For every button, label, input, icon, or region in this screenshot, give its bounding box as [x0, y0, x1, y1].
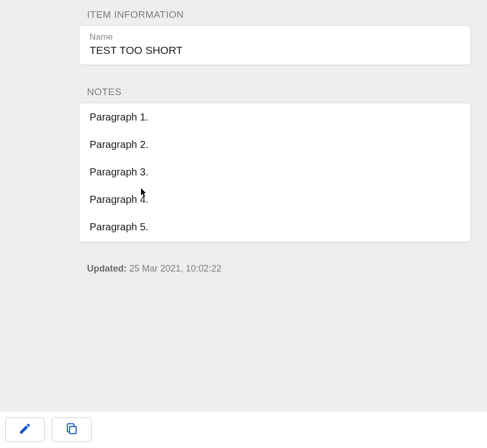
section-title-notes: NOTES	[87, 86, 470, 98]
note-paragraph: Paragraph 3.	[90, 165, 460, 178]
note-paragraph: Paragraph 5.	[90, 220, 460, 233]
pencil-icon	[18, 422, 32, 437]
note-paragraph: Paragraph 2.	[90, 138, 460, 151]
copy-button[interactable]	[52, 417, 92, 442]
name-field-label: Name	[90, 32, 460, 42]
name-card[interactable]: Name TEST TOO SHORT	[79, 25, 471, 65]
svg-rect-0	[70, 427, 76, 434]
copy-icon	[65, 422, 78, 437]
bottom-toolbar	[0, 411, 487, 448]
edit-button[interactable]	[5, 417, 45, 442]
name-field-value: TEST TOO SHORT	[90, 44, 460, 56]
updated-value: 25 Mar 2021, 10:02:22	[129, 263, 221, 274]
updated-timestamp: Updated: 25 Mar 2021, 10:02:22	[87, 263, 470, 274]
note-paragraph: Paragraph 1.	[90, 110, 460, 124]
updated-label: Updated:	[87, 263, 127, 274]
note-paragraph: Paragraph 4.	[90, 193, 460, 206]
notes-card[interactable]: Paragraph 1. Paragraph 2. Paragraph 3. P…	[79, 103, 471, 242]
section-title-item-information: ITEM INFORMATION	[87, 9, 470, 20]
